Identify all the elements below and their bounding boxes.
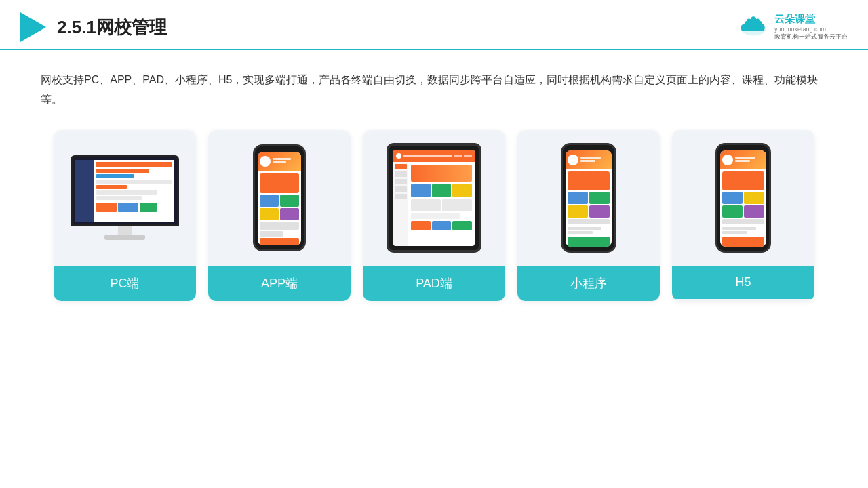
phone-h5-screen bbox=[720, 150, 766, 247]
description-text: 网校支持PC、APP、PAD、小程序、H5，实现多端打通，产品各终端自由切换，数… bbox=[41, 70, 827, 110]
page-title: 2.5.1网校管理 bbox=[57, 16, 167, 39]
header: 2.5.1网校管理 云朵课堂 yunduoketang.com 教育机构一站式服… bbox=[0, 0, 868, 50]
phone-h5-notch bbox=[735, 145, 751, 149]
logo-triangle-icon bbox=[20, 12, 46, 42]
card-miniprogram-image bbox=[517, 130, 660, 266]
brand-name: 云朵课堂 bbox=[774, 13, 848, 26]
tablet-icon bbox=[387, 143, 481, 253]
brand-text-block: 云朵课堂 yunduoketang.com 教育机构一站式服务云平台 bbox=[774, 13, 848, 41]
header-right: 云朵课堂 yunduoketang.com 教育机构一站式服务云平台 bbox=[736, 13, 848, 41]
card-pc-image bbox=[54, 130, 196, 266]
card-h5-label: H5 bbox=[672, 266, 814, 299]
card-app-label: APP端 bbox=[208, 266, 351, 301]
svg-point-3 bbox=[755, 19, 760, 24]
card-app-image bbox=[208, 130, 351, 266]
brand-slogan: 教育机构一站式服务云平台 bbox=[774, 33, 848, 41]
cards-grid: PC端 bbox=[41, 130, 827, 301]
phone-app-screen bbox=[258, 152, 301, 245]
card-miniprogram: 小程序 bbox=[517, 130, 660, 301]
card-h5: H5 bbox=[672, 130, 814, 301]
card-miniprogram-label: 小程序 bbox=[517, 266, 660, 301]
phone-notch bbox=[271, 146, 288, 150]
phone-miniprogram-notch bbox=[580, 145, 597, 149]
card-app: APP端 bbox=[208, 130, 351, 301]
card-pad-image bbox=[363, 130, 505, 266]
phone-miniprogram-screen bbox=[566, 150, 612, 247]
svg-point-1 bbox=[747, 19, 751, 24]
phone-h5-icon bbox=[715, 143, 771, 253]
brand-logo: 云朵课堂 yunduoketang.com 教育机构一站式服务云平台 bbox=[736, 13, 848, 41]
tablet-screen bbox=[393, 150, 475, 246]
brand-url: yunduoketang.com bbox=[774, 26, 848, 33]
svg-point-2 bbox=[751, 16, 756, 22]
header-left: 2.5.1网校管理 bbox=[20, 12, 167, 42]
card-pc-label: PC端 bbox=[54, 266, 196, 301]
phone-app-icon bbox=[253, 144, 306, 251]
card-h5-image bbox=[672, 130, 814, 266]
card-pad: PAD端 bbox=[363, 130, 505, 301]
cloud-icon bbox=[736, 15, 770, 39]
pc-monitor-icon bbox=[71, 155, 179, 240]
card-pc: PC端 bbox=[54, 130, 196, 301]
main-content: 网校支持PC、APP、PAD、小程序、H5，实现多端打通，产品各终端自由切换，数… bbox=[0, 50, 868, 314]
card-pad-label: PAD端 bbox=[363, 266, 505, 301]
phone-miniprogram-icon bbox=[561, 143, 616, 253]
